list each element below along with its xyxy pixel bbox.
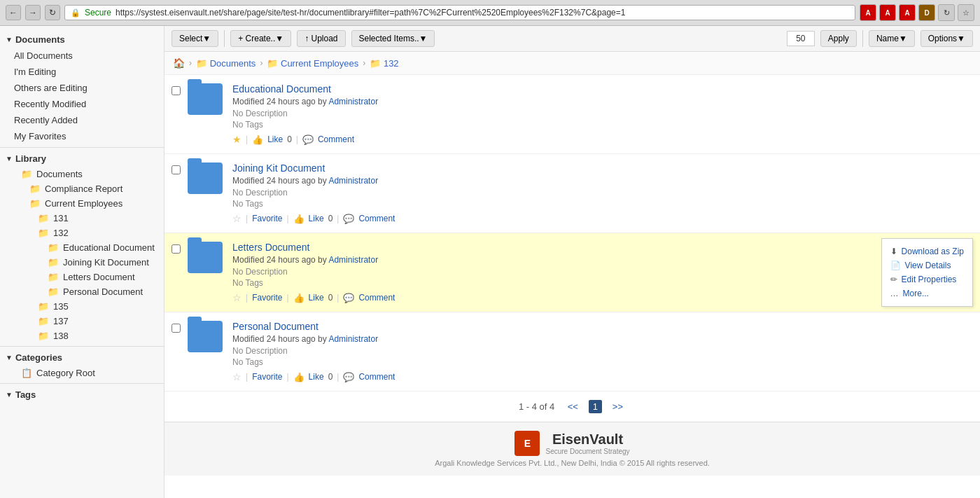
favorite-btn-2[interactable]: Favorite bbox=[252, 214, 282, 223]
address-bar[interactable]: 🔒 Secure https://systest.eisenvault.net/… bbox=[64, 5, 855, 20]
letters-doc-label: Letters Document bbox=[63, 272, 135, 282]
sidebar-item-educational-doc[interactable]: 📁 Educational Document bbox=[0, 240, 164, 255]
sidebar-item-others-editing[interactable]: Others are Editing bbox=[0, 80, 164, 96]
comment-btn-1[interactable]: Comment bbox=[318, 134, 354, 144]
folder-icon-135: 📁 bbox=[38, 301, 49, 312]
recently-modified-label: Recently Modified bbox=[14, 99, 86, 109]
options-button[interactable]: Options▼ bbox=[920, 30, 973, 47]
download-icon: ⬇ bbox=[890, 247, 897, 256]
sidebar-item-im-editing[interactable]: I'm Editing bbox=[0, 64, 164, 80]
table-row: Joining Kit Document Modified 24 hours a… bbox=[164, 154, 980, 233]
footer-brand: EisenVault Secure Document Strategy bbox=[545, 431, 629, 455]
app-layout: ▼ Documents All Documents I'm Editing Ot… bbox=[0, 26, 980, 498]
back-button[interactable]: ← bbox=[6, 5, 21, 20]
star-icon-1[interactable]: ★ bbox=[232, 134, 241, 145]
star-icon-3[interactable]: ☆ bbox=[232, 292, 241, 303]
sort-button[interactable]: Name▼ bbox=[869, 30, 915, 47]
doc-title-2[interactable]: Joining Kit Document bbox=[232, 162, 325, 174]
folder-icon-compliance: 📁 bbox=[29, 184, 41, 194]
comment-btn-3[interactable]: Comment bbox=[358, 293, 395, 303]
star-icon-2[interactable]: ☆ bbox=[232, 213, 241, 224]
comment-btn-2[interactable]: Comment bbox=[358, 214, 395, 223]
sidebar-section-documents[interactable]: ▼ Documents bbox=[0, 32, 164, 48]
sidebar-section-categories-label: Categories bbox=[15, 352, 62, 363]
sidebar-section-tags-label: Tags bbox=[15, 389, 36, 400]
sidebar-item-132[interactable]: 📁 132 bbox=[0, 226, 164, 240]
favorite-btn-3[interactable]: Favorite bbox=[252, 293, 282, 303]
like-btn-3[interactable]: Like bbox=[309, 293, 324, 303]
comment-btn-4[interactable]: Comment bbox=[358, 372, 395, 382]
sidebar-item-recently-added[interactable]: Recently Added bbox=[0, 112, 164, 128]
doc-checkbox-2[interactable] bbox=[172, 165, 181, 174]
sidebar-section-library[interactable]: ▼ Library bbox=[0, 151, 164, 167]
sidebar-item-all-documents[interactable]: All Documents bbox=[0, 48, 164, 64]
reload-icon[interactable]: ↻ bbox=[938, 4, 955, 21]
sidebar-section-categories[interactable]: ▼ Categories bbox=[0, 350, 164, 366]
like-count-2: 0 bbox=[328, 214, 333, 223]
doc-author-link-4[interactable]: Administrator bbox=[328, 334, 378, 344]
sidebar-item-documents[interactable]: 📁 Documents bbox=[0, 167, 164, 181]
sidebar-item-recently-modified[interactable]: Recently Modified bbox=[0, 96, 164, 112]
doc-checkbox-3[interactable] bbox=[172, 244, 181, 254]
apply-button[interactable]: Apply bbox=[820, 30, 857, 47]
favorite-btn-4[interactable]: Favorite bbox=[252, 372, 282, 382]
ext-icon-2[interactable]: A bbox=[879, 4, 896, 21]
refresh-button[interactable]: ↻ bbox=[45, 5, 60, 20]
like-btn-2[interactable]: Like bbox=[309, 214, 324, 223]
thumb-icon-1[interactable]: 👍 bbox=[252, 134, 263, 145]
sidebar-item-138[interactable]: 📁 138 bbox=[0, 328, 164, 343]
edit-icon: ✏ bbox=[890, 275, 897, 284]
more-button[interactable]: … More... bbox=[890, 286, 964, 300]
selected-items-button[interactable]: Selected Items..▼ bbox=[351, 30, 435, 47]
create-button[interactable]: + Create..▼ bbox=[230, 30, 291, 47]
upload-button[interactable]: ↑ Upload bbox=[297, 30, 345, 47]
doc-title-3[interactable]: Letters Document bbox=[232, 242, 310, 253]
view-details-button[interactable]: 📄 View Details bbox=[890, 258, 964, 272]
sidebar-item-joining-kit[interactable]: 📁 Joining Kit Document bbox=[0, 255, 164, 270]
pagination-next-next[interactable]: >> bbox=[612, 401, 623, 412]
sidebar-item-137[interactable]: 📁 137 bbox=[0, 314, 164, 328]
thumb-icon-4[interactable]: 👍 bbox=[293, 372, 304, 382]
doc-title-1[interactable]: Educational Document bbox=[232, 83, 331, 95]
thumb-icon-3[interactable]: 👍 bbox=[293, 293, 304, 303]
doc-author-link-1[interactable]: Administrator bbox=[328, 97, 378, 106]
download-zip-button[interactable]: ⬇ Download as Zip bbox=[890, 244, 964, 258]
sidebar-item-my-favorites[interactable]: My Favorites bbox=[0, 128, 164, 144]
sidebar-item-135[interactable]: 📁 135 bbox=[0, 299, 164, 314]
breadcrumb-current-employees[interactable]: 📁 Current Employees bbox=[267, 58, 358, 69]
pagination-prev-prev[interactable]: << bbox=[568, 401, 578, 412]
sidebar-item-personal-doc[interactable]: 📁 Personal Document bbox=[0, 284, 164, 299]
sidebar-item-131[interactable]: 📁 131 bbox=[0, 211, 164, 226]
like-btn-4[interactable]: Like bbox=[309, 372, 324, 382]
folder-131-label: 131 bbox=[53, 213, 69, 223]
breadcrumb-documents[interactable]: 📁 Documents bbox=[196, 58, 255, 69]
edit-properties-button[interactable]: ✏ Edit Properties bbox=[890, 272, 964, 286]
forward-button[interactable]: → bbox=[25, 5, 41, 20]
doc-title-4[interactable]: Personal Document bbox=[232, 321, 318, 332]
pagination-current-page: 1 bbox=[589, 400, 602, 413]
doc-checkbox-1[interactable] bbox=[172, 86, 181, 95]
like-btn-1[interactable]: Like bbox=[267, 134, 283, 144]
sidebar-item-compliance-report[interactable]: 📁 Compliance Report bbox=[0, 181, 164, 196]
ext-icon-1[interactable]: A bbox=[860, 4, 876, 21]
sidebar-item-current-employees[interactable]: 📁 Current Employees bbox=[0, 196, 164, 211]
sidebar-section-tags[interactable]: ▼ Tags bbox=[0, 387, 164, 403]
folder-icon-edu: 📁 bbox=[48, 242, 59, 253]
star-icon[interactable]: ☆ bbox=[958, 4, 974, 21]
categories-arrow-icon: ▼ bbox=[6, 354, 13, 361]
pagination-text: 1 - 4 of 4 bbox=[519, 401, 554, 412]
ext-icon-4[interactable]: D bbox=[918, 4, 935, 21]
breadcrumb-sep-1: › bbox=[189, 58, 192, 68]
main-content: Select▼ + Create..▼ ↑ Upload Selected It… bbox=[164, 26, 980, 498]
doc-author-link-3[interactable]: Administrator bbox=[328, 255, 378, 265]
breadcrumb-132[interactable]: 📁 132 bbox=[370, 58, 398, 69]
star-icon-4[interactable]: ☆ bbox=[232, 371, 241, 382]
sidebar-item-category-root[interactable]: 📋 Category Root bbox=[0, 366, 164, 380]
thumb-icon-2[interactable]: 👍 bbox=[293, 214, 304, 224]
doc-checkbox-4[interactable] bbox=[172, 324, 181, 333]
doc-author-link-2[interactable]: Administrator bbox=[328, 176, 378, 186]
comment-icon-1: 💬 bbox=[302, 134, 314, 145]
ext-icon-3[interactable]: A bbox=[899, 4, 916, 21]
sidebar-item-letters-doc[interactable]: 📁 Letters Document bbox=[0, 270, 164, 284]
select-button[interactable]: Select▼ bbox=[172, 30, 218, 47]
